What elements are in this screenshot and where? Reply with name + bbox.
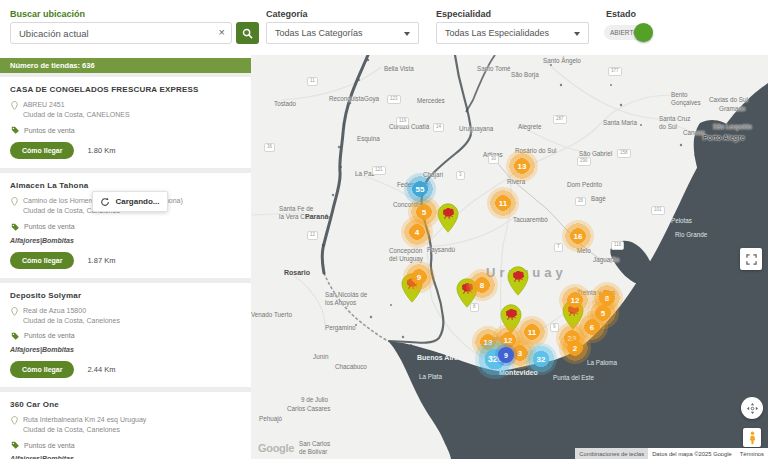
search-icon xyxy=(242,28,253,39)
store-pin[interactable] xyxy=(507,266,529,296)
store-pin[interactable] xyxy=(437,203,459,233)
store-specialties: Alfajores|Bombitas xyxy=(10,346,241,353)
category-label: Categoría xyxy=(266,9,308,19)
store-specialties: Alfajores|Bombitas xyxy=(10,237,241,244)
store-tag: Puntos de venta xyxy=(10,126,241,134)
toggle-knob xyxy=(634,23,653,42)
pegman-icon xyxy=(748,431,757,445)
terms-link[interactable]: Términos xyxy=(736,448,768,459)
directions-button[interactable]: Cómo llegar xyxy=(10,142,74,159)
fullscreen-icon xyxy=(746,254,757,265)
pan-button[interactable] xyxy=(741,397,763,419)
state-label: Estado xyxy=(606,9,636,19)
cluster-marker-orange[interactable]: 8 xyxy=(466,269,498,301)
cluster-marker-orange[interactable]: 16 xyxy=(562,220,594,252)
store-specialties: Alfajores|Bombitas xyxy=(10,455,241,459)
directions-button[interactable]: Cómo llegar xyxy=(10,361,74,378)
store-list-panel: Número de tiendas: 636 CASA DE CONGELADO… xyxy=(0,55,251,459)
store-address: Ruta Interbalnearia Km 24 esq UruguayCiu… xyxy=(10,415,241,435)
store-distance: 2.44 Km xyxy=(87,365,115,374)
loading-indicator: Cargando... xyxy=(92,191,168,212)
filter-bar: Buscar ubicación × Categoría Todas Las C… xyxy=(0,0,768,55)
cluster-marker-blue[interactable]: 32 xyxy=(525,343,557,375)
cluster-marker-orange[interactable]: 9 xyxy=(403,261,435,293)
location-pin-icon xyxy=(11,307,18,316)
cluster-marker-orange[interactable]: 4 xyxy=(401,216,433,248)
store-tag: Puntos de venta xyxy=(10,332,241,340)
map-data-attribution: Datos del mapa ©2025 Google xyxy=(648,448,736,459)
location-pin-icon xyxy=(11,197,18,206)
cluster-marker-orange[interactable]: 11 xyxy=(487,187,519,219)
directions-button[interactable]: Cómo llegar xyxy=(10,252,74,269)
search-input[interactable] xyxy=(10,22,232,44)
tag-icon xyxy=(11,332,19,340)
store-name: Deposito Solymar xyxy=(10,291,241,300)
location-pin-icon xyxy=(11,101,18,110)
store-name: CASA DE CONGELADOS FRESCURA EXPRESS xyxy=(10,85,241,94)
map-base-art xyxy=(251,55,768,459)
fullscreen-button[interactable] xyxy=(740,248,762,270)
cluster-marker-orange[interactable]: 13 xyxy=(506,150,538,182)
store-tag: Puntos de venta xyxy=(10,223,241,231)
category-select[interactable]: Todas Las Categorías xyxy=(266,22,419,44)
store-name: Almacen La Tahona xyxy=(10,181,241,190)
search-button[interactable] xyxy=(236,22,259,44)
store-address: ABREU 2451Ciudad de la Costa, CANELONES xyxy=(10,100,241,120)
store-distance: 1.80 Km xyxy=(87,146,115,155)
keyboard-shortcuts-link[interactable]: Combinaciones de teclas xyxy=(575,448,648,459)
store-tag: Puntos de venta xyxy=(10,441,241,449)
caret-down-icon xyxy=(574,32,580,36)
store-card[interactable]: CASA DE CONGELADOS FRESCURA EXPRESS ABRE… xyxy=(0,77,251,168)
store-count-banner: Número de tiendas: 636 xyxy=(0,58,251,73)
tag-icon xyxy=(11,223,19,231)
store-card[interactable]: Almacen La Tahona Camino de los Horneros… xyxy=(0,173,251,277)
cluster-marker-blue[interactable]: 9 xyxy=(498,347,514,363)
pan-icon xyxy=(746,402,759,415)
specialty-select[interactable]: Todas Las Especialidades xyxy=(436,22,589,44)
store-list: CASA DE CONGELADOS FRESCURA EXPRESS ABRE… xyxy=(0,77,251,459)
tag-icon xyxy=(11,441,19,449)
specialty-label: Especialidad xyxy=(436,9,491,19)
map-canvas[interactable]: Uruguay TostadoReconquistaBella VistaGoy… xyxy=(251,55,768,459)
refresh-icon xyxy=(100,197,110,207)
search-label: Buscar ubicación xyxy=(10,9,85,19)
clear-icon[interactable]: × xyxy=(219,26,225,39)
store-card[interactable]: 360 Car One Ruta Interbalnearia Km 24 es… xyxy=(0,392,251,459)
cluster-marker-orange[interactable]: 2 xyxy=(559,332,591,364)
store-card[interactable]: Deposito Solymar Real de Azua 15800Ciuda… xyxy=(0,283,251,387)
google-logo: Google xyxy=(258,442,294,454)
store-address: Real de Azua 15800Ciudad de la Costa, Ca… xyxy=(10,306,241,326)
pegman-button[interactable] xyxy=(743,428,761,447)
open-state-toggle[interactable]: ABIERTO xyxy=(604,25,650,40)
tag-icon xyxy=(11,126,19,134)
map-attribution: Combinaciones de teclas Datos del mapa ©… xyxy=(575,448,768,459)
loading-text: Cargando... xyxy=(115,197,159,206)
specialty-value: Todas Las Especialidades xyxy=(445,28,549,38)
category-value: Todas Las Categorías xyxy=(275,28,363,38)
location-pin-icon xyxy=(11,416,18,425)
cluster-marker-blue[interactable]: 55 xyxy=(404,173,436,205)
store-name: 360 Car One xyxy=(10,400,241,409)
store-distance: 1.87 Km xyxy=(87,256,115,265)
caret-down-icon xyxy=(404,32,410,36)
